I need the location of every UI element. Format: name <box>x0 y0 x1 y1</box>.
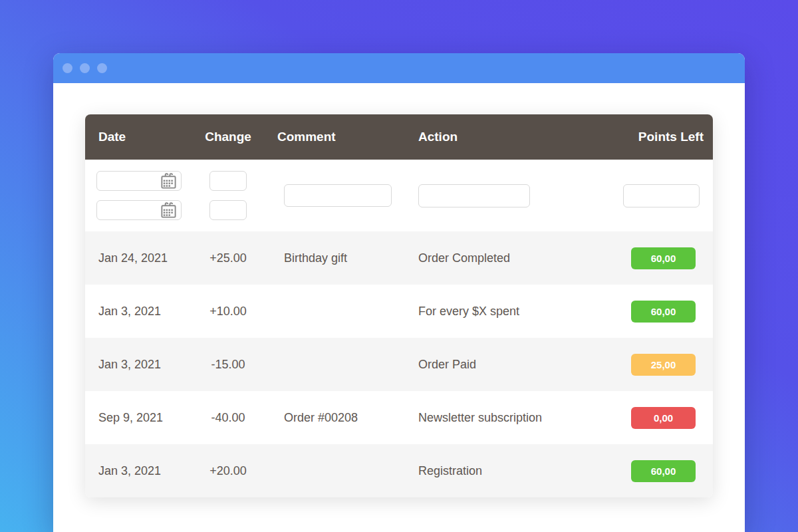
window-dot-3[interactable] <box>97 63 107 73</box>
table-row[interactable]: Jan 3, 2021 +10.00 For every $X spent 60… <box>85 285 713 338</box>
calendar-icon <box>160 201 178 219</box>
cell-action: Registration <box>411 464 620 478</box>
comment-filter-input[interactable] <box>284 184 392 207</box>
column-header-comment: Comment <box>268 130 411 144</box>
browser-titlebar <box>53 53 745 83</box>
window-dot-1[interactable] <box>63 63 72 73</box>
cell-change: -15.00 <box>188 358 268 372</box>
points-left-badge: 25,00 <box>631 354 696 376</box>
points-left-badge: 60,00 <box>631 247 696 269</box>
cell-action: Order Paid <box>411 358 620 372</box>
cell-comment: Order #00208 <box>268 411 411 425</box>
points-filter-input[interactable] <box>623 184 700 207</box>
window-dot-2[interactable] <box>80 63 90 73</box>
cell-date: Sep 9, 2021 <box>85 411 188 425</box>
column-header-change: Change <box>188 130 268 144</box>
table-row[interactable]: Jan 3, 2021 +20.00 Registration 60,00 <box>85 444 713 497</box>
table-row[interactable]: Jan 3, 2021 -15.00 Order Paid 25,00 <box>85 338 713 391</box>
filter-row <box>85 160 713 231</box>
cell-change: +10.00 <box>188 305 268 319</box>
points-history-table: Date Change Comment Action Points Left <box>85 114 713 497</box>
cell-date: Jan 3, 2021 <box>85 305 188 319</box>
change-min-input[interactable] <box>209 171 247 191</box>
points-left-badge: 0,00 <box>631 407 696 429</box>
cell-action: For every $X spent <box>411 305 620 319</box>
cell-change: -40.00 <box>188 411 268 425</box>
cell-date: Jan 24, 2021 <box>85 251 188 265</box>
cell-action: Order Completed <box>411 251 620 265</box>
action-filter-input[interactable] <box>418 184 530 207</box>
cell-comment: Birthday gift <box>268 251 411 265</box>
change-max-input[interactable] <box>209 200 247 220</box>
date-to-calendar-button[interactable] <box>158 201 179 219</box>
cell-date: Jan 3, 2021 <box>85 358 188 372</box>
browser-window: Date Change Comment Action Points Left <box>53 53 745 532</box>
calendar-icon <box>160 172 178 190</box>
column-header-points-left: Points Left <box>620 130 713 144</box>
cell-change: +25.00 <box>188 251 268 265</box>
table-row[interactable]: Sep 9, 2021 -40.00 Order #00208 Newslett… <box>85 391 713 444</box>
column-header-date: Date <box>85 130 188 144</box>
points-left-badge: 60,00 <box>631 301 696 323</box>
cell-change: +20.00 <box>188 464 268 478</box>
table-header-row: Date Change Comment Action Points Left <box>85 114 713 160</box>
column-header-action: Action <box>411 130 620 144</box>
date-from-calendar-button[interactable] <box>158 172 179 190</box>
cell-action: Newsletter subscription <box>411 411 620 425</box>
points-left-badge: 60,00 <box>631 460 696 482</box>
table-row[interactable]: Jan 24, 2021 +25.00 Birthday gift Order … <box>85 231 713 285</box>
cell-date: Jan 3, 2021 <box>85 464 188 478</box>
